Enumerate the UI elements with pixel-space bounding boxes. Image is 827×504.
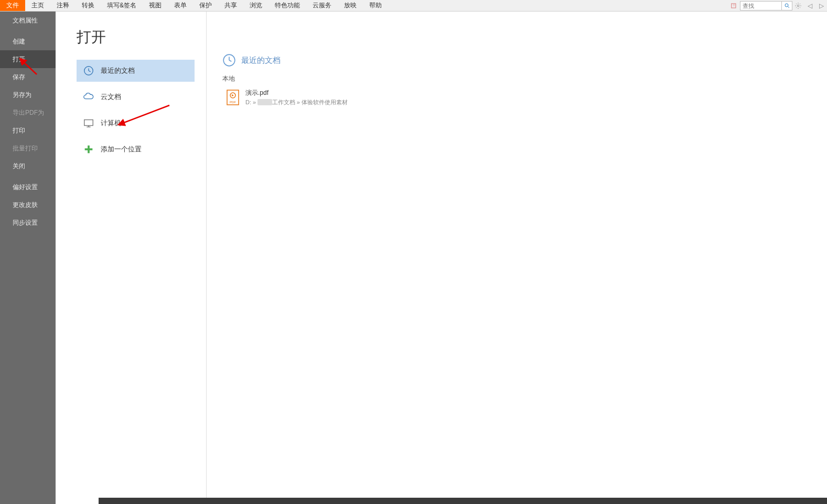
- svg-line-8: [89, 71, 91, 72]
- menubar-item-0[interactable]: 文件: [0, 0, 25, 11]
- clock-icon: [222, 53, 236, 67]
- search-input[interactable]: [740, 1, 782, 10]
- clock-icon: [83, 65, 94, 76]
- sidebar-item: 导出PDF为: [0, 104, 56, 122]
- submenu-item[interactable]: 计算机: [77, 112, 195, 134]
- sidebar-item[interactable]: 偏好设置: [0, 178, 56, 196]
- submenu-item[interactable]: 最近的文档: [77, 60, 195, 82]
- menubar: 文件主页注释转换填写&签名视图表单保护共享浏览特色功能云服务放映帮助 ◁ ▷: [0, 0, 827, 12]
- menubar-item-7[interactable]: 保护: [193, 0, 218, 11]
- svg-line-16: [229, 60, 231, 61]
- cloud-icon: [83, 91, 94, 103]
- sidebar-item[interactable]: 打印: [0, 122, 56, 139]
- submenu-item-label: 添加一个位置: [101, 145, 142, 154]
- search-button[interactable]: [782, 1, 792, 10]
- nav-forward-icon[interactable]: ▷: [817, 1, 826, 10]
- content-title: 最近的文档: [241, 56, 281, 65]
- local-label: 本地: [222, 74, 811, 83]
- file-path: D: » xxxxx工作文档 » 体验软件使用素材: [245, 98, 348, 106]
- sidebar-item[interactable]: 文档属性: [0, 12, 56, 29]
- menubar-item-10[interactable]: 特色功能: [268, 0, 306, 11]
- submenu-item[interactable]: 云文档: [77, 86, 195, 108]
- file-name: 演示.pdf: [245, 89, 348, 97]
- menubar-item-1[interactable]: 主页: [25, 0, 50, 11]
- submenu-item-label: 计算机: [101, 118, 121, 128]
- sidebar-item[interactable]: 创建: [0, 32, 56, 50]
- content-area: 最近的文档 本地 PDF演示.pdfD: » xxxxx工作文档 » 体验软件使…: [207, 12, 827, 504]
- sidebar-item: 批量打印: [0, 139, 56, 157]
- submenu-item[interactable]: 添加一个位置: [77, 138, 195, 160]
- gear-icon[interactable]: [793, 1, 803, 10]
- submenu-item-label: 最近的文档: [101, 66, 135, 75]
- menubar-right: ◁ ▷: [728, 0, 827, 12]
- computer-icon: [83, 117, 94, 129]
- menubar-item-6[interactable]: 表单: [168, 0, 193, 11]
- menubar-item-12[interactable]: 放映: [338, 0, 363, 11]
- menubar-item-11[interactable]: 云服务: [306, 0, 338, 11]
- find-icon[interactable]: [729, 1, 739, 10]
- svg-point-5: [797, 5, 799, 7]
- plus-icon: [83, 144, 94, 155]
- nav-back-icon[interactable]: ◁: [805, 1, 814, 10]
- menubar-item-8[interactable]: 共享: [218, 0, 243, 11]
- menubar-item-13[interactable]: 帮助: [363, 0, 388, 11]
- submenu-title: 打开: [77, 27, 195, 47]
- recent-file-row[interactable]: PDF演示.pdfD: » xxxxx工作文档 » 体验软件使用素材: [222, 86, 811, 108]
- sidebar-item[interactable]: 打开: [0, 50, 56, 68]
- sidebar-item[interactable]: 另存为: [0, 86, 56, 104]
- sidebar-item[interactable]: 保存: [0, 68, 56, 86]
- menubar-item-3[interactable]: 转换: [76, 0, 101, 11]
- menubar-item-9[interactable]: 浏览: [243, 0, 268, 11]
- submenu-item-label: 云文档: [101, 92, 121, 102]
- pdf-file-icon: PDF: [227, 90, 239, 105]
- sidebar-item[interactable]: 同步设置: [0, 214, 56, 232]
- menubar-item-5[interactable]: 视图: [143, 0, 168, 11]
- sidebar: 文档属性创建打开保存另存为导出PDF为打印批量打印关闭偏好设置更改皮肤同步设置: [0, 12, 56, 504]
- menubar-item-4[interactable]: 填写&签名: [101, 0, 143, 11]
- submenu-panel: 打开 最近的文档云文档计算机添加一个位置: [56, 12, 207, 504]
- bottom-bar: [99, 498, 827, 504]
- content-header: 最近的文档: [222, 53, 811, 67]
- sidebar-item[interactable]: 更改皮肤: [0, 196, 56, 214]
- svg-point-3: [785, 4, 788, 7]
- svg-rect-9: [84, 120, 93, 126]
- svg-text:PDF: PDF: [230, 101, 236, 104]
- svg-line-4: [788, 7, 789, 8]
- menubar-item-2[interactable]: 注释: [50, 0, 76, 11]
- sidebar-item[interactable]: 关闭: [0, 157, 56, 175]
